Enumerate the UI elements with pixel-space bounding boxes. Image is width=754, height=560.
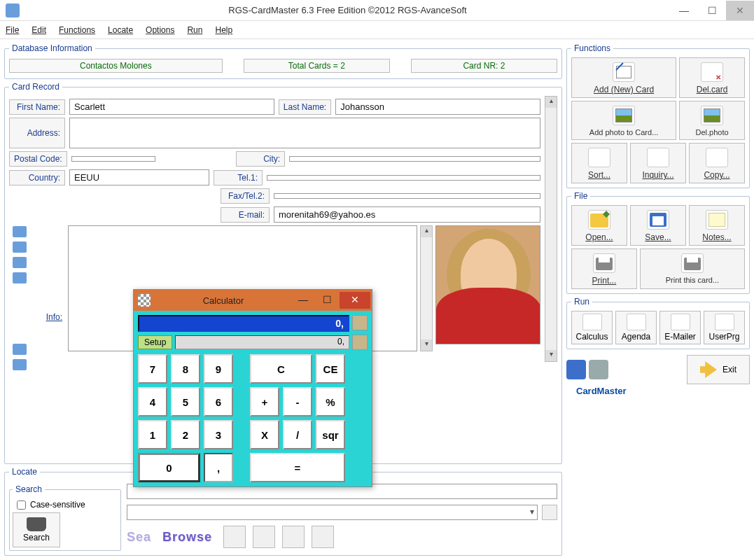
calc-maximize-button[interactable]: ☐ — [316, 292, 338, 309]
del-card-button[interactable]: Del.card — [679, 57, 745, 98]
calc-copy1-icon[interactable] — [352, 315, 368, 330]
calc-key-plus[interactable]: + — [250, 387, 279, 416]
close-button[interactable]: ✕ — [726, 1, 754, 20]
calc-key-7[interactable]: 7 — [138, 354, 167, 384]
print-icon — [593, 253, 615, 273]
city-label: City: — [236, 151, 285, 167]
last-name-label: Last Name: — [279, 99, 331, 115]
menu-edit[interactable]: Edit — [32, 25, 46, 35]
tel1-input[interactable] — [267, 175, 540, 181]
menu-run[interactable]: Run — [187, 25, 202, 35]
nav-prev-icon[interactable] — [253, 526, 275, 548]
calc-key-c[interactable]: C — [250, 354, 312, 384]
tel1-label: Tel.1: — [214, 170, 263, 186]
calc-key-ce[interactable]: CE — [316, 354, 345, 384]
calc-key-multiply[interactable]: X — [250, 420, 279, 449]
calc-key-4[interactable]: 4 — [138, 387, 167, 416]
info-icon-4[interactable] — [13, 272, 27, 284]
calc-copy2-icon[interactable] — [352, 335, 368, 350]
userprg-button[interactable]: UserPrg — [704, 311, 745, 344]
del-card-icon — [701, 62, 723, 82]
calc-key-minus[interactable]: - — [283, 387, 312, 416]
print-card-button[interactable]: Print this card... — [640, 248, 745, 289]
calculator-window: Calculator — ☐ ✕ 0, Setup 0, 7 8 9 C CE … — [133, 289, 372, 487]
info-icon-6[interactable] — [13, 359, 27, 370]
exit-button[interactable]: Exit — [687, 355, 750, 384]
calc-key-equals[interactable]: = — [250, 453, 345, 482]
emailer-button[interactable]: E-Mailer — [659, 311, 701, 344]
browse-go-icon[interactable] — [542, 505, 557, 520]
menu-locate[interactable]: Locate — [108, 25, 133, 35]
maximize-button[interactable]: ☐ — [698, 1, 726, 20]
email-input[interactable]: morenitah69@yahoo.es — [274, 206, 540, 223]
city-input[interactable] — [289, 156, 540, 162]
save-button[interactable]: Save... — [630, 205, 686, 246]
postal-input[interactable] — [71, 156, 155, 162]
browse-combo[interactable] — [127, 505, 538, 520]
menu-help[interactable]: Help — [215, 25, 232, 35]
print-button[interactable]: Print... — [571, 248, 637, 289]
notes-icon — [706, 210, 728, 230]
info-icon-1[interactable] — [13, 226, 27, 237]
info-icon-3[interactable] — [13, 257, 27, 268]
card-scroll-down[interactable]: ▾ — [545, 350, 557, 361]
last-name-input[interactable]: Johansson — [335, 99, 540, 115]
calc-key-9[interactable]: 9 — [204, 354, 233, 384]
calc-setup-button[interactable]: Setup — [138, 335, 172, 349]
card-scroll-up[interactable]: ▴ — [545, 97, 557, 108]
search-heading: Sea — [127, 530, 151, 545]
calc-key-1[interactable]: 1 — [138, 420, 167, 449]
del-photo-button[interactable]: Del.photo — [679, 101, 745, 140]
minimize-button[interactable]: — — [670, 1, 698, 20]
info-scroll-up[interactable]: ▴ — [421, 226, 432, 237]
title-bar: RGS-CardMaster 6.3 Free Edition ©2012 RG… — [0, 0, 754, 21]
calc-minimize-button[interactable]: — — [292, 292, 314, 309]
calc-key-3[interactable]: 3 — [204, 420, 233, 449]
add-photo-button[interactable]: Add photo to Card... — [571, 101, 676, 140]
calc-key-0[interactable]: 0 — [138, 453, 200, 482]
calc-key-5[interactable]: 5 — [171, 387, 200, 416]
sort-button[interactable]: Sort... — [571, 143, 627, 183]
inquiry-button[interactable]: Inquiry... — [630, 143, 686, 183]
exit-icon — [700, 361, 717, 378]
country-input[interactable]: EEUU — [69, 169, 209, 186]
info-icon-5[interactable] — [13, 344, 27, 355]
add-card-icon — [613, 62, 635, 82]
agenda-button[interactable]: Agenda — [615, 311, 657, 344]
search-button[interactable]: Search — [13, 512, 60, 547]
calc-title-bar[interactable]: Calculator — ☐ ✕ — [134, 290, 372, 311]
save-icon — [647, 210, 669, 230]
info-icon-2[interactable] — [13, 241, 27, 253]
calc-key-decimal[interactable]: , — [204, 453, 233, 482]
cardrec-legend: Card Record — [9, 82, 62, 92]
notes-button[interactable]: Notes... — [689, 205, 745, 246]
menu-file[interactable]: File — [6, 25, 19, 35]
address-input[interactable] — [69, 118, 540, 148]
calc-key-sqr[interactable]: sqr — [316, 420, 345, 449]
dbinfo-legend: Database Information — [9, 43, 95, 53]
nav-next-icon[interactable] — [282, 526, 305, 548]
calculus-button[interactable]: Calculus — [571, 311, 613, 344]
calc-key-6[interactable]: 6 — [204, 387, 233, 416]
fax-input[interactable] — [274, 193, 540, 199]
first-name-input[interactable]: Scarlett — [69, 99, 274, 115]
calc-display-secondary: 0, — [175, 335, 349, 349]
add-card-button[interactable]: Add (New) Card — [571, 57, 676, 98]
menu-options[interactable]: Options — [146, 25, 174, 35]
nav-grid-icon[interactable] — [312, 526, 334, 548]
open-button[interactable]: Open... — [571, 205, 627, 246]
menu-functions[interactable]: Functions — [59, 25, 95, 35]
calc-key-8[interactable]: 8 — [171, 354, 200, 384]
calc-key-divide[interactable]: / — [283, 420, 312, 449]
calc-key-2[interactable]: 2 — [171, 420, 200, 449]
calc-close-button[interactable]: ✕ — [340, 292, 370, 309]
brand-icon-2 — [589, 360, 608, 379]
info-scroll-down[interactable]: ▾ — [421, 340, 432, 351]
copy-button[interactable]: Copy... — [689, 143, 745, 183]
calc-key-percent[interactable]: % — [316, 387, 345, 416]
db-total-cards: Total Cards = 2 — [244, 59, 390, 73]
add-photo-icon — [613, 106, 635, 125]
case-sensitive-checkbox[interactable] — [17, 500, 26, 510]
case-sensitive-label: Case-sensitive — [30, 500, 85, 510]
nav-first-icon[interactable] — [223, 526, 246, 548]
